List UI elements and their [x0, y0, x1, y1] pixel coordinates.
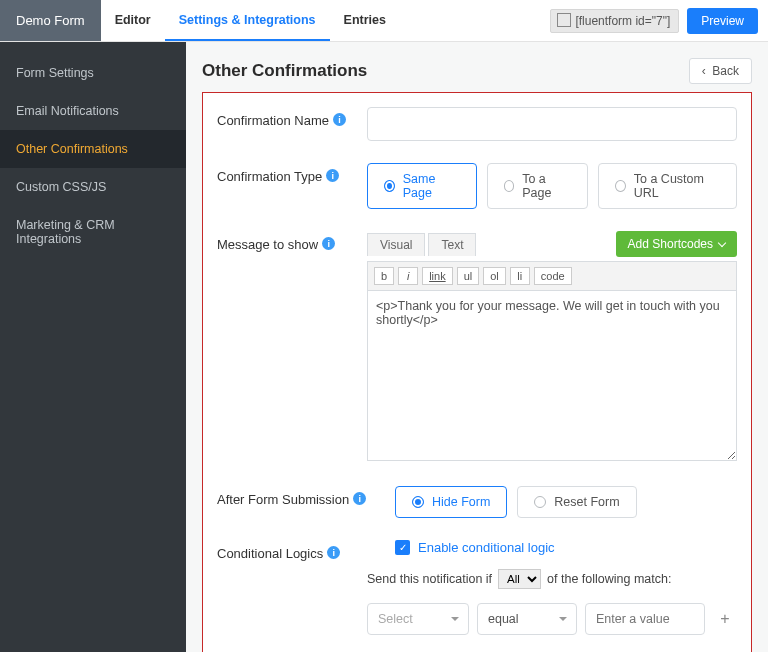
conditional-sentence: Send this notification if All of the fol… [367, 569, 737, 589]
info-icon[interactable]: i [326, 169, 339, 182]
toolbar-bold[interactable]: b [374, 267, 394, 285]
tab-editor[interactable]: Editor [101, 0, 165, 41]
editor-toolbar: b i link ul ol li code [367, 261, 737, 291]
checkbox-checked-icon: ✓ [395, 540, 410, 555]
content-area: Other Confirmations ‹ Back Confirmation … [186, 42, 768, 652]
toolbar-link[interactable]: link [422, 267, 453, 285]
info-icon[interactable]: i [327, 546, 340, 559]
toolbar-ul[interactable]: ul [457, 267, 480, 285]
confirmation-type-same-page[interactable]: Same Page [367, 163, 477, 209]
radio-icon [504, 180, 515, 192]
preview-button[interactable]: Preview [687, 8, 758, 34]
enable-conditional-label: Enable conditional logic [418, 540, 555, 555]
confirmation-type-label: Confirmation Type i [217, 163, 367, 209]
tab-entries[interactable]: Entries [330, 0, 400, 41]
editor-tab-visual[interactable]: Visual [367, 233, 425, 256]
conditional-scope-select[interactable]: All [498, 569, 541, 589]
confirmation-name-input[interactable] [367, 107, 737, 141]
top-tabs: Editor Settings & Integrations Entries [101, 0, 400, 41]
sidebar-item-form-settings[interactable]: Form Settings [0, 54, 186, 92]
editor-tab-text[interactable]: Text [428, 233, 476, 256]
chevron-down-icon [718, 238, 726, 246]
rule-value-input[interactable] [585, 603, 705, 635]
add-shortcodes-button[interactable]: Add Shortcodes [616, 231, 737, 257]
info-icon[interactable]: i [353, 492, 366, 505]
info-icon[interactable]: i [322, 237, 335, 250]
conditional-rule-row: Select equal + [367, 603, 737, 635]
rule-field-select[interactable]: Select [367, 603, 469, 635]
info-icon[interactable]: i [333, 113, 346, 126]
confirmation-name-label: Confirmation Name i [217, 107, 367, 141]
confirmation-form: Confirmation Name i Confirmation Type i … [202, 92, 752, 652]
page-header: Other Confirmations ‹ Back [202, 58, 752, 84]
confirmation-type-custom-url[interactable]: To a Custom URL [598, 163, 737, 209]
form-title: Demo Form [0, 0, 101, 41]
message-textarea[interactable]: <p>Thank you for your message. We will g… [367, 291, 737, 461]
after-submission-hide[interactable]: Hide Form [395, 486, 507, 518]
toolbar-code[interactable]: code [534, 267, 572, 285]
after-submission-options: Hide Form Reset Form [395, 486, 737, 518]
radio-icon [412, 496, 424, 508]
toolbar-ol[interactable]: ol [483, 267, 506, 285]
conditional-label: Conditional Logics i [217, 540, 367, 635]
chevron-left-icon: ‹ [702, 64, 706, 78]
add-rule-button[interactable]: + [713, 607, 737, 631]
message-editor: Visual Text Add Shortcodes b i link [367, 231, 737, 464]
after-submission-label: After Form Submission i [217, 486, 367, 518]
confirmation-type-options: Same Page To a Page To a Custom URL [367, 163, 737, 209]
message-label: Message to show i [217, 231, 367, 464]
radio-icon [534, 496, 546, 508]
sidebar-item-email-notifications[interactable]: Email Notifications [0, 92, 186, 130]
back-button[interactable]: ‹ Back [689, 58, 752, 84]
radio-icon [615, 180, 626, 192]
shortcode-display[interactable]: [fluentform id="7"] [550, 9, 679, 33]
rule-operator-select[interactable]: equal [477, 603, 577, 635]
toolbar-italic[interactable]: i [398, 267, 418, 285]
copy-icon [559, 15, 571, 27]
top-bar: Demo Form Editor Settings & Integrations… [0, 0, 768, 42]
after-submission-reset[interactable]: Reset Form [517, 486, 636, 518]
page-title: Other Confirmations [202, 61, 367, 81]
toolbar-li[interactable]: li [510, 267, 530, 285]
enable-conditional-row[interactable]: ✓ Enable conditional logic [395, 540, 737, 555]
sidebar-item-custom-css-js[interactable]: Custom CSS/JS [0, 168, 186, 206]
shortcode-text: [fluentform id="7"] [575, 14, 670, 28]
confirmation-type-to-page[interactable]: To a Page [487, 163, 589, 209]
sidebar-item-other-confirmations[interactable]: Other Confirmations [0, 130, 186, 168]
settings-sidebar: Form Settings Email Notifications Other … [0, 42, 186, 652]
sidebar-item-marketing-crm[interactable]: Marketing & CRM Integrations [0, 206, 186, 258]
radio-icon [384, 180, 395, 192]
tab-settings[interactable]: Settings & Integrations [165, 0, 330, 41]
